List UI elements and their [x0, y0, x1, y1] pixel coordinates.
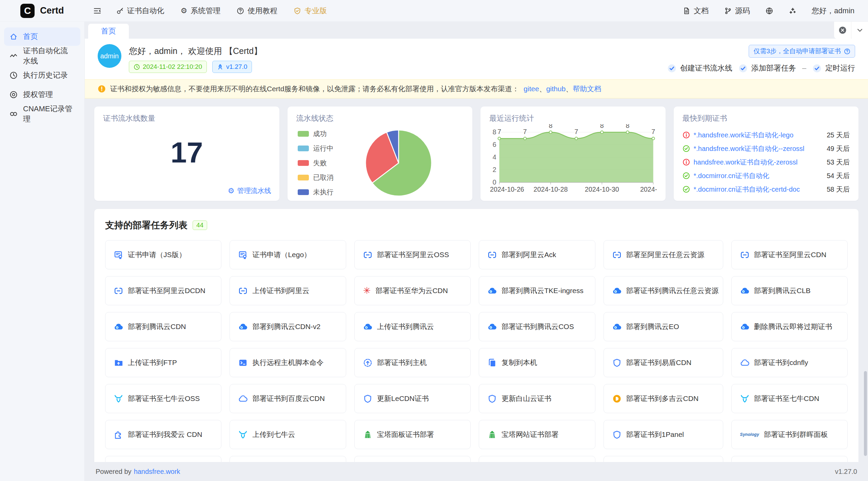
expiring-cert-row: *.docmirror.cn证书自动化54 天后: [683, 169, 850, 182]
task-tile-部署证书到群晖面板[interactable]: Synology部署证书到群晖面板: [731, 420, 848, 449]
task-tile-复制到本机[interactable]: 复制到本机: [479, 348, 595, 377]
task-tile-部署证书到cdnfly[interactable]: 部署证书到cdnfly: [731, 348, 848, 377]
manage-pipelines-link[interactable]: ⚙ 管理流水线: [228, 186, 271, 195]
task-tile-部署证书至阿里云CDN[interactable]: 部署证书至阿里云CDN: [731, 240, 848, 269]
cert-name-link[interactable]: *.handsfree.work证书自动化--zerossl: [694, 144, 805, 153]
sidebar-item-证书自动化流水线[interactable]: 证书自动化流水线: [4, 47, 80, 65]
sidebar-item-label: 授权管理: [23, 90, 53, 100]
task-tile-部署至阿里云任意云资源[interactable]: 部署至阿里云任意云资源: [604, 240, 723, 269]
aliyun-icon: [238, 286, 248, 295]
legend-chip: [298, 175, 309, 180]
nav-item-专业版[interactable]: 专业版: [294, 6, 327, 16]
task-tile-部署到腾讯云TKE-ingress[interactable]: 部署到腾讯云TKE-ingress: [479, 276, 595, 305]
task-tile-label: 部署证书到百度云CDN: [252, 394, 325, 403]
task-tile-部署证书到我爱云 CDN[interactable]: 部署证书到我爱云 CDN: [105, 420, 221, 449]
tab-menu-button[interactable]: [851, 22, 868, 39]
task-tile-部署到腾讯云EO[interactable]: 部署到腾讯云EO: [604, 312, 723, 341]
task-tile-上传证书到阿里云[interactable]: 上传证书到阿里云: [230, 276, 346, 305]
svg-text:4: 4: [493, 153, 496, 161]
task-tile-label: 更新LeCDN证书: [377, 394, 429, 403]
task-tile-部署证书到易盾CDN[interactable]: 部署证书到易盾CDN: [604, 348, 723, 377]
handsfree-link[interactable]: handsfree.work: [134, 468, 180, 476]
cloud-icon: [238, 394, 248, 403]
step-label: 定时运行: [825, 63, 855, 73]
alert-link-gitee[interactable]: gitee: [524, 85, 539, 93]
qiniu-icon: [114, 394, 123, 403]
task-tile-label: 部署至阿里云任意云资源: [626, 250, 705, 259]
task-tile-部署到腾讯云CDN[interactable]: 部署到腾讯云CDN: [105, 312, 221, 341]
recent-runs-card: 最近运行统计 0246877878872024-10-262024-10-282…: [480, 107, 666, 201]
auth-icon: [9, 91, 18, 99]
sidebar-item-授权管理[interactable]: 授权管理: [4, 85, 80, 104]
task-tile-部署证书到腾讯云COS[interactable]: 部署证书到腾讯云COS: [479, 312, 595, 341]
nav-right-文档[interactable]: 文档: [683, 6, 709, 16]
svg-text:6: 6: [493, 141, 496, 148]
globe-button[interactable]: [766, 7, 773, 15]
nav-right-源码[interactable]: 源码: [724, 6, 750, 16]
legend-item-未执行[interactable]: 未执行: [298, 188, 334, 197]
task-tile-部署到阿里云Ack[interactable]: 部署到阿里云Ack: [479, 240, 595, 269]
task-tile-部署证书至阿里云OSS[interactable]: 部署证书至阿里云OSS: [354, 240, 471, 269]
task-tile-部署证书到百度云CDN[interactable]: 部署证书到百度云CDN: [230, 384, 346, 413]
task-tile-部署证书到多吉云CDN[interactable]: 部署证书到多吉云CDN: [604, 384, 723, 413]
task-tile-部署证书到1Panel[interactable]: 部署证书到1Panel: [604, 420, 723, 449]
legend-item-成功[interactable]: 成功: [298, 129, 334, 138]
task-tile-部署证书到腾讯云任意云资源[interactable]: 部署证书到腾讯云任意云资源: [604, 276, 723, 305]
task-tile-执行远程主机脚本命令[interactable]: 执行远程主机脚本命令: [230, 348, 346, 377]
aliyun-icon: [488, 250, 497, 259]
task-tile-证书申请（JS版）[interactable]: 证书申请（JS版）: [105, 240, 221, 269]
sidebar-item-执行历史记录[interactable]: 执行历史记录: [4, 66, 80, 84]
nav-item-label: 专业版: [304, 6, 327, 16]
task-tile-宝塔网站证书部署[interactable]: 宝塔网站证书部署: [479, 420, 595, 449]
task-tile-更新LeCDN证书[interactable]: 更新LeCDN证书: [354, 384, 471, 413]
legend-item-已取消[interactable]: 已取消: [298, 173, 334, 182]
task-tile-部署证书至阿里云DCDN[interactable]: 部署证书至阿里云DCDN: [105, 276, 221, 305]
task-tile-证书申请（Lego）[interactable]: 证书申请（Lego）: [230, 240, 346, 269]
promo-badge[interactable]: 仅需3步，全自动申请部署证书: [749, 45, 855, 58]
cert-days-left: 49 天后: [827, 144, 850, 153]
task-tile-上传证书到腾讯云[interactable]: 上传证书到腾讯云: [354, 312, 471, 341]
task-tile-更新白山云证书[interactable]: 更新白山云证书: [479, 384, 595, 413]
scrollbar-thumb[interactable]: [864, 371, 867, 456]
question-icon: [237, 7, 244, 15]
task-tile-宝塔面板证书部署[interactable]: 宝塔面板证书部署: [354, 420, 471, 449]
cert-name-link[interactable]: handsfree.work证书自动化-zerossl: [694, 158, 798, 167]
sidebar-collapse-icon[interactable]: [93, 7, 101, 15]
sidebar-item-label: 执行历史记录: [23, 70, 68, 80]
alert-link-github[interactable]: github: [546, 85, 566, 93]
cert-name-link[interactable]: *.docmirror.cn证书自动化-certd-doc: [694, 185, 800, 194]
alert-link-帮助文档[interactable]: 帮助文档: [573, 85, 601, 93]
expiring-cert-row: *.handsfree.work证书自动化--zerossl49 天后: [683, 142, 850, 155]
legend-item-运行中[interactable]: 运行中: [298, 144, 334, 153]
sidebar-item-首页[interactable]: 首页: [4, 27, 80, 46]
task-tile-label: 部署证书到易盾CDN: [626, 358, 692, 367]
nav-item-证书自动化[interactable]: 证书自动化: [116, 6, 164, 16]
cert-name-link[interactable]: *.handsfree.work证书自动化-lego: [694, 131, 794, 140]
legend-item-失败[interactable]: 失败: [298, 158, 334, 168]
sidebar-item-CNAME记录管理[interactable]: CNAME记录管理: [4, 105, 80, 123]
task-tile-部署到腾讯云CDN-v2[interactable]: 部署到腾讯云CDN-v2: [230, 312, 346, 341]
nav-right-您好，admin[interactable]: 您好，admin: [812, 6, 854, 16]
task-tile-label: 宝塔面板证书部署: [377, 430, 434, 439]
step-2: 添加部署任务: [738, 63, 796, 73]
nav-item-系统管理[interactable]: ⚙系统管理: [181, 6, 221, 16]
task-tile-label: 部署证书到主机: [377, 358, 427, 367]
close-tab-button[interactable]: [834, 22, 851, 39]
tencent-icon: [488, 286, 497, 295]
task-tile-部署证书至七牛云OSS[interactable]: 部署证书至七牛云OSS: [105, 384, 221, 413]
task-tile-部署到腾讯云CLB[interactable]: 部署到腾讯云CLB: [731, 276, 848, 305]
task-tile-部署证书到主机[interactable]: 部署证书到主机: [354, 348, 471, 377]
task-tile-部署证书至华为云CDN[interactable]: ✳部署证书至华为云CDN: [354, 276, 471, 305]
task-tile-上传证书到FTP[interactable]: 上传证书到FTP: [105, 348, 221, 377]
app-window: C Certd 证书自动化⚙系统管理使用教程专业版 文档源码您好，admin 首…: [0, 0, 868, 481]
magic-button[interactable]: [789, 7, 796, 15]
tab-home[interactable]: 首页: [88, 24, 129, 39]
shield-icon: [612, 430, 622, 439]
cert-name-link[interactable]: *.docmirror.cn证书自动化: [694, 171, 769, 180]
nav-item-label: 使用教程: [248, 6, 277, 16]
task-tile-上传到七牛云[interactable]: 上传到七牛云: [230, 420, 346, 449]
task-tile-部署证书至七牛CDN[interactable]: 部署证书至七牛CDN: [731, 384, 848, 413]
nav-item-使用教程[interactable]: 使用教程: [237, 6, 277, 16]
check-circle-icon: [738, 64, 748, 73]
task-tile-删除腾讯云即将过期证书[interactable]: 删除腾讯云即将过期证书: [731, 312, 848, 341]
